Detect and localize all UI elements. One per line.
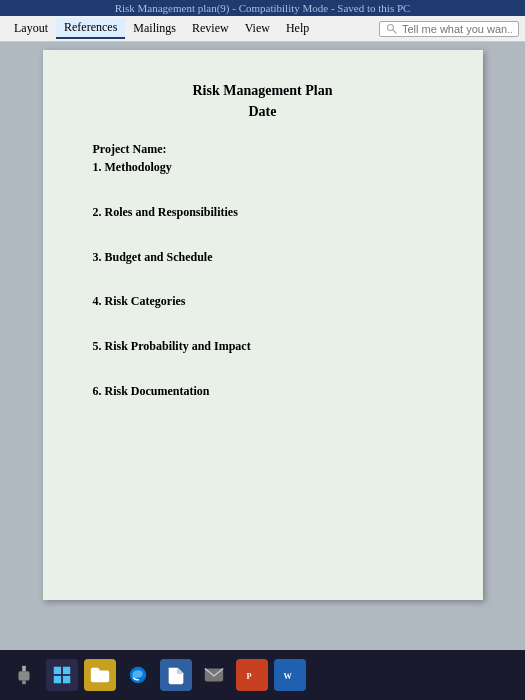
- menu-review[interactable]: Review: [184, 19, 237, 38]
- powerpoint-icon[interactable]: P: [236, 659, 268, 691]
- svg-text:W: W: [284, 672, 293, 681]
- search-area: [379, 21, 519, 37]
- section-3: 3. Budget and Schedule: [93, 249, 433, 266]
- word-icon[interactable]: W: [274, 659, 306, 691]
- section-1-text: 1. Methodology: [93, 159, 433, 176]
- file-icon[interactable]: [160, 659, 192, 691]
- title-line1: Risk Management Plan: [93, 80, 433, 101]
- title-bar-text: Risk Management plan(9) - Compatibility …: [115, 2, 411, 14]
- menu-help[interactable]: Help: [278, 19, 317, 38]
- section-3-text: 3. Budget and Schedule: [93, 249, 433, 266]
- svg-rect-3: [19, 671, 30, 680]
- taskbar: P W: [0, 650, 525, 700]
- menu-bar: Layout References Mailings Review View H…: [0, 16, 525, 42]
- svg-point-0: [388, 24, 394, 30]
- document-page: Risk Management Plan Date Project Name: …: [43, 50, 483, 600]
- section-6-text: 6. Risk Documentation: [93, 383, 433, 400]
- search-input[interactable]: [402, 23, 512, 35]
- title-bar: Risk Management plan(9) - Compatibility …: [0, 0, 525, 16]
- section-2: 2. Roles and Responsibilities: [93, 204, 433, 221]
- svg-rect-5: [54, 667, 61, 674]
- document-wrapper: Risk Management Plan Date Project Name: …: [0, 42, 525, 650]
- windows-icon[interactable]: [46, 659, 78, 691]
- usb-icon[interactable]: [8, 659, 40, 691]
- section-5: 5. Risk Probability and Impact: [93, 338, 433, 355]
- section-4-text: 4. Risk Categories: [93, 293, 433, 310]
- project-name-label: Project Name:: [93, 142, 433, 157]
- email-icon[interactable]: [198, 659, 230, 691]
- edge-icon[interactable]: [122, 659, 154, 691]
- section-project: Project Name: 1. Methodology: [93, 142, 433, 176]
- section-5-text: 5. Risk Probability and Impact: [93, 338, 433, 355]
- menu-references[interactable]: References: [56, 18, 125, 39]
- document-title: Risk Management Plan Date: [93, 80, 433, 122]
- menu-mailings[interactable]: Mailings: [125, 19, 184, 38]
- menu-layout[interactable]: Layout: [6, 19, 56, 38]
- search-icon: [386, 23, 398, 35]
- svg-rect-4: [22, 681, 26, 685]
- svg-rect-7: [54, 676, 61, 683]
- svg-rect-6: [63, 667, 70, 674]
- section-6: 6. Risk Documentation: [93, 383, 433, 400]
- svg-rect-2: [22, 666, 26, 672]
- svg-line-1: [393, 30, 396, 33]
- section-4: 4. Risk Categories: [93, 293, 433, 310]
- folder-icon[interactable]: [84, 659, 116, 691]
- section-2-text: 2. Roles and Responsibilities: [93, 204, 433, 221]
- menu-view[interactable]: View: [237, 19, 278, 38]
- svg-rect-8: [63, 676, 70, 683]
- svg-text:P: P: [247, 672, 252, 681]
- title-line2: Date: [93, 101, 433, 122]
